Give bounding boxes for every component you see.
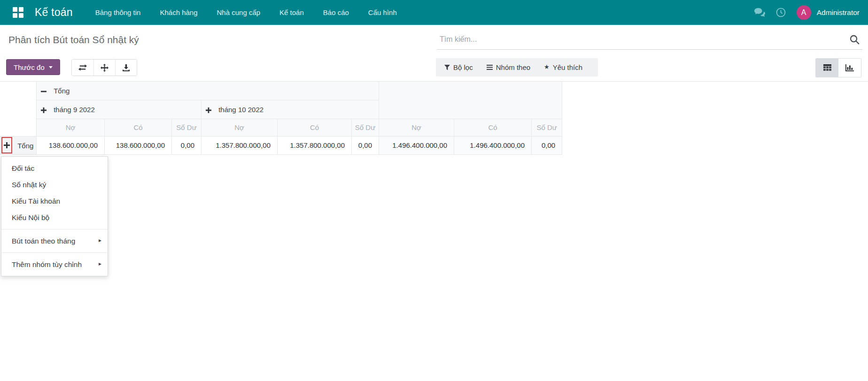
nav-item-reports[interactable]: Báo cáo bbox=[322, 6, 350, 19]
plus-square-icon bbox=[206, 106, 213, 114]
star-icon: ★ bbox=[544, 63, 550, 70]
measure-header[interactable]: Số Dư bbox=[352, 119, 379, 136]
plus-square-icon bbox=[41, 106, 48, 114]
nav-item-dashboard[interactable]: Bảng thông tin bbox=[94, 6, 142, 19]
expand-all-button[interactable] bbox=[93, 60, 115, 76]
pivot-total-col-header[interactable]: Tổng bbox=[37, 82, 379, 100]
nav-item-accounting[interactable]: Kế toán bbox=[279, 6, 305, 19]
measure-header[interactable]: Nợ bbox=[379, 119, 454, 136]
pivot-row-header-total[interactable]: Tổng bbox=[0, 136, 37, 154]
caret-down-icon bbox=[49, 66, 53, 69]
clock-icon[interactable] bbox=[776, 8, 786, 17]
apps-grid-icon[interactable] bbox=[13, 7, 23, 18]
avatar[interactable]: A bbox=[797, 5, 811, 20]
search-icon[interactable] bbox=[850, 35, 860, 45]
row-label: Tổng bbox=[17, 142, 33, 150]
cell-sep-co: 138.600.000,00 bbox=[105, 136, 172, 154]
measure-header[interactable]: Có bbox=[454, 119, 532, 136]
pivot-table: Tổng tháng 9 2022 tháng 10 2022 bbox=[0, 82, 562, 155]
measure-header[interactable]: Nợ bbox=[37, 119, 105, 136]
table-row: Tổng 138.600.000,00 138.600.000,00 0,00 … bbox=[0, 136, 562, 154]
page-title: Phân tích Bút toán Sổ nhật ký bbox=[8, 34, 139, 46]
measures-button-label: Thước đo bbox=[14, 63, 45, 71]
cell-oct-sodu: 0,00 bbox=[352, 136, 379, 154]
caret-right-icon: ▸ bbox=[99, 260, 101, 267]
groupby-label: Nhóm theo bbox=[496, 63, 530, 71]
groupby-dropdown-menu: Đối tác Sổ nhật ký Kiểu Tài khoản Kiểu N… bbox=[1, 156, 108, 276]
expand-all-icon bbox=[101, 64, 108, 72]
groupby-button[interactable]: Nhóm theo bbox=[487, 63, 530, 71]
menu-item-journal[interactable]: Sổ nhật ký bbox=[1, 176, 108, 193]
measures-button[interactable]: Thước đo bbox=[6, 59, 60, 75]
menu-divider bbox=[1, 252, 108, 253]
cell-sep-sodu: 0,00 bbox=[172, 136, 202, 154]
download-button[interactable] bbox=[115, 60, 137, 76]
cell-total-co: 1.496.400.000,00 bbox=[454, 136, 532, 154]
measure-header[interactable]: Có bbox=[278, 119, 352, 136]
menu-item-partner[interactable]: Đối tác bbox=[1, 160, 108, 176]
page: Kế toán Bảng thông tin Khách hàng Nhà cu… bbox=[0, 0, 868, 381]
favorites-label: Yêu thích bbox=[553, 63, 582, 71]
view-switcher bbox=[815, 58, 861, 77]
navbar-menu: Bảng thông tin Khách hàng Nhà cung cấp K… bbox=[94, 6, 398, 19]
click-highlight-box bbox=[1, 137, 12, 153]
pivot-toolbar bbox=[71, 59, 137, 76]
user-name[interactable]: Administrator bbox=[817, 8, 860, 17]
measure-header[interactable]: Số Dư bbox=[532, 119, 562, 136]
flip-axis-icon bbox=[78, 64, 87, 71]
search-area bbox=[437, 32, 862, 50]
cell-sep-no: 138.600.000,00 bbox=[37, 136, 105, 154]
cell-oct-co: 1.357.800.000,00 bbox=[278, 136, 352, 154]
navbar-right: A Administrator bbox=[754, 5, 860, 20]
measure-header[interactable]: Có bbox=[105, 119, 172, 136]
nav-item-vendors[interactable]: Nhà cung cấp bbox=[216, 6, 262, 19]
pivot-view-button[interactable] bbox=[816, 59, 838, 77]
minus-square-icon bbox=[41, 87, 48, 95]
filters-button[interactable]: Bộ lọc bbox=[444, 63, 473, 71]
menu-item-entry-by-month[interactable]: Bút toán theo tháng ▸ bbox=[1, 233, 108, 249]
nav-item-customers[interactable]: Khách hàng bbox=[159, 6, 198, 19]
top-navbar: Kế toán Bảng thông tin Khách hàng Nhà cu… bbox=[0, 0, 868, 25]
control-panel: Phân tích Bút toán Sổ nhật ký Thước đo bbox=[0, 25, 868, 82]
app-name[interactable]: Kế toán bbox=[35, 6, 73, 19]
chat-icon[interactable] bbox=[754, 8, 765, 17]
filter-bar: Bộ lọc Nhóm theo ★ Yêu thích bbox=[436, 58, 598, 76]
filter-icon bbox=[444, 65, 450, 70]
pivot-corner-cell bbox=[0, 119, 37, 136]
pivot-corner-cell bbox=[0, 82, 37, 100]
pivot-empty-header-block bbox=[379, 82, 562, 119]
group-by-icon bbox=[487, 65, 493, 70]
cell-oct-no: 1.357.800.000,00 bbox=[202, 136, 278, 154]
cell-total-sodu: 0,00 bbox=[532, 136, 562, 154]
flip-axis-button[interactable] bbox=[72, 60, 93, 76]
favorites-button[interactable]: ★ Yêu thích bbox=[544, 63, 582, 71]
measure-header[interactable]: Nợ bbox=[202, 119, 278, 136]
download-icon bbox=[123, 64, 130, 71]
bar-chart-view-button[interactable] bbox=[838, 59, 861, 77]
pivot-colgroup-sep2022[interactable]: tháng 9 2022 bbox=[37, 100, 202, 119]
expand-row-plus-icon[interactable] bbox=[4, 142, 10, 148]
menu-item-internal-type[interactable]: Kiểu Nội bộ bbox=[1, 209, 108, 226]
menu-item-account-type[interactable]: Kiểu Tài khoản bbox=[1, 193, 108, 209]
search-input[interactable] bbox=[437, 32, 862, 50]
measure-header[interactable]: Số Dư bbox=[172, 119, 202, 136]
filters-label: Bộ lọc bbox=[453, 63, 473, 71]
menu-item-add-custom-group[interactable]: Thêm nhóm tùy chỉnh ▸ bbox=[1, 256, 108, 273]
nav-item-settings[interactable]: Cấu hình bbox=[367, 6, 398, 19]
cell-total-no: 1.496.400.000,00 bbox=[379, 136, 454, 154]
bar-chart-view-icon bbox=[845, 64, 854, 71]
menu-divider bbox=[1, 229, 108, 229]
pivot-colgroup-oct2022[interactable]: tháng 10 2022 bbox=[202, 100, 379, 119]
pivot-corner-cell bbox=[0, 100, 37, 119]
caret-right-icon: ▸ bbox=[99, 237, 101, 244]
pivot-view-icon bbox=[823, 64, 831, 71]
